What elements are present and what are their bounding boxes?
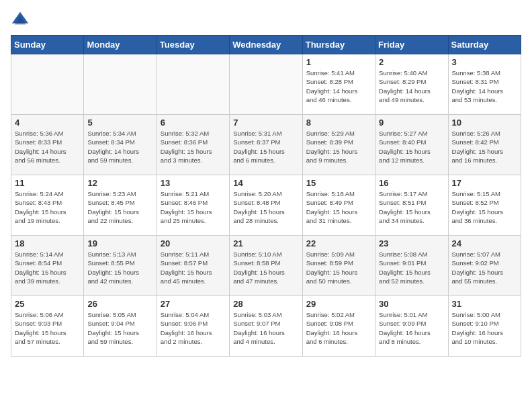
header-wednesday: Wednesday: [230, 36, 302, 54]
calendar-cell: 20Sunrise: 5:11 AM Sunset: 8:57 PM Dayli…: [157, 236, 229, 296]
day-number: 22: [306, 238, 371, 248]
calendar-cell: 11Sunrise: 5:24 AM Sunset: 8:43 PM Dayli…: [11, 175, 84, 236]
calendar-cell: 23Sunrise: 5:08 AM Sunset: 9:01 PM Dayli…: [375, 236, 448, 296]
day-info: Sunrise: 5:00 AM Sunset: 9:10 PM Dayligh…: [452, 310, 517, 346]
day-info: Sunrise: 5:21 AM Sunset: 8:46 PM Dayligh…: [161, 189, 226, 225]
calendar-cell: 18Sunrise: 5:14 AM Sunset: 8:54 PM Dayli…: [11, 236, 84, 296]
day-number: 14: [233, 178, 298, 188]
day-info: Sunrise: 5:24 AM Sunset: 8:43 PM Dayligh…: [15, 189, 80, 225]
day-number: 25: [15, 299, 80, 309]
calendar-cell: 28Sunrise: 5:03 AM Sunset: 9:07 PM Dayli…: [230, 296, 302, 357]
day-info: Sunrise: 5:02 AM Sunset: 9:08 PM Dayligh…: [306, 310, 371, 346]
day-info: Sunrise: 5:05 AM Sunset: 9:04 PM Dayligh…: [87, 310, 152, 346]
calendar-cell: 8Sunrise: 5:29 AM Sunset: 8:39 PM Daylig…: [302, 115, 375, 175]
day-number: 3: [452, 57, 517, 67]
calendar-week-4: 18Sunrise: 5:14 AM Sunset: 8:54 PM Dayli…: [11, 236, 521, 296]
logo-icon: [11, 11, 30, 30]
calendar-cell: 24Sunrise: 5:07 AM Sunset: 9:02 PM Dayli…: [448, 236, 521, 296]
calendar-cell: 21Sunrise: 5:10 AM Sunset: 8:58 PM Dayli…: [230, 236, 302, 296]
day-info: Sunrise: 5:40 AM Sunset: 8:29 PM Dayligh…: [379, 68, 444, 104]
day-info: Sunrise: 5:13 AM Sunset: 8:55 PM Dayligh…: [87, 250, 152, 285]
day-info: Sunrise: 5:27 AM Sunset: 8:40 PM Dayligh…: [379, 129, 444, 165]
calendar-header-row: SundayMondayTuesdayWednesdayThursdayFrid…: [11, 36, 521, 54]
day-number: 29: [306, 299, 371, 309]
calendar-cell: 12Sunrise: 5:23 AM Sunset: 8:45 PM Dayli…: [84, 175, 157, 236]
header-sunday: Sunday: [11, 36, 84, 54]
calendar-cell: 19Sunrise: 5:13 AM Sunset: 8:55 PM Dayli…: [84, 236, 157, 296]
day-number: 7: [233, 118, 298, 128]
day-number: 28: [233, 299, 298, 309]
day-info: Sunrise: 5:07 AM Sunset: 9:02 PM Dayligh…: [452, 250, 517, 285]
calendar-cell: 16Sunrise: 5:17 AM Sunset: 8:51 PM Dayli…: [375, 175, 448, 236]
day-info: Sunrise: 5:10 AM Sunset: 8:58 PM Dayligh…: [233, 250, 298, 285]
calendar-cell: 29Sunrise: 5:02 AM Sunset: 9:08 PM Dayli…: [302, 296, 375, 357]
day-info: Sunrise: 5:23 AM Sunset: 8:45 PM Dayligh…: [87, 189, 152, 225]
calendar-cell: 9Sunrise: 5:27 AM Sunset: 8:40 PM Daylig…: [375, 115, 448, 175]
calendar-cell: [11, 54, 84, 115]
calendar-cell: 7Sunrise: 5:31 AM Sunset: 8:37 PM Daylig…: [230, 115, 302, 175]
day-info: Sunrise: 5:36 AM Sunset: 8:33 PM Dayligh…: [15, 129, 80, 165]
day-number: 8: [306, 118, 371, 128]
day-info: Sunrise: 5:06 AM Sunset: 9:03 PM Dayligh…: [15, 310, 80, 346]
day-number: 19: [87, 238, 152, 248]
calendar-week-2: 4Sunrise: 5:36 AM Sunset: 8:33 PM Daylig…: [11, 115, 521, 175]
day-number: 24: [452, 238, 517, 248]
calendar-cell: 6Sunrise: 5:32 AM Sunset: 8:36 PM Daylig…: [157, 115, 229, 175]
day-number: 27: [161, 299, 226, 309]
day-number: 23: [379, 238, 444, 248]
calendar-cell: 22Sunrise: 5:09 AM Sunset: 8:59 PM Dayli…: [302, 236, 375, 296]
calendar-cell: 1Sunrise: 5:41 AM Sunset: 8:28 PM Daylig…: [302, 54, 375, 115]
calendar-cell: 5Sunrise: 5:34 AM Sunset: 8:34 PM Daylig…: [84, 115, 157, 175]
calendar-cell: 17Sunrise: 5:15 AM Sunset: 8:52 PM Dayli…: [448, 175, 521, 236]
day-number: 26: [87, 299, 152, 309]
day-info: Sunrise: 5:04 AM Sunset: 9:06 PM Dayligh…: [161, 310, 226, 346]
day-info: Sunrise: 5:09 AM Sunset: 8:59 PM Dayligh…: [306, 250, 371, 285]
day-number: 12: [87, 178, 152, 188]
calendar-cell: 27Sunrise: 5:04 AM Sunset: 9:06 PM Dayli…: [157, 296, 229, 357]
day-number: 2: [379, 57, 444, 67]
calendar-week-5: 25Sunrise: 5:06 AM Sunset: 9:03 PM Dayli…: [11, 296, 521, 357]
header: [11, 11, 521, 30]
calendar-cell: 14Sunrise: 5:20 AM Sunset: 8:48 PM Dayli…: [230, 175, 302, 236]
day-info: Sunrise: 5:17 AM Sunset: 8:51 PM Dayligh…: [379, 189, 444, 225]
calendar-cell: [157, 54, 229, 115]
day-number: 11: [15, 178, 80, 188]
header-tuesday: Tuesday: [157, 36, 229, 54]
day-info: Sunrise: 5:29 AM Sunset: 8:39 PM Dayligh…: [306, 129, 371, 165]
day-number: 15: [306, 178, 371, 188]
calendar-cell: 26Sunrise: 5:05 AM Sunset: 9:04 PM Dayli…: [84, 296, 157, 357]
calendar-cell: 3Sunrise: 5:38 AM Sunset: 8:31 PM Daylig…: [448, 54, 521, 115]
header-thursday: Thursday: [302, 36, 375, 54]
day-number: 5: [87, 118, 152, 128]
calendar-cell: 15Sunrise: 5:18 AM Sunset: 8:49 PM Dayli…: [302, 175, 375, 236]
day-number: 1: [306, 57, 371, 67]
day-number: 4: [15, 118, 80, 128]
day-number: 21: [233, 238, 298, 248]
day-number: 6: [161, 118, 226, 128]
day-number: 18: [15, 238, 80, 248]
calendar-cell: 10Sunrise: 5:26 AM Sunset: 8:42 PM Dayli…: [448, 115, 521, 175]
day-info: Sunrise: 5:32 AM Sunset: 8:36 PM Dayligh…: [161, 129, 226, 165]
day-info: Sunrise: 5:11 AM Sunset: 8:57 PM Dayligh…: [161, 250, 226, 285]
calendar-cell: [230, 54, 302, 115]
calendar-week-1: 1Sunrise: 5:41 AM Sunset: 8:28 PM Daylig…: [11, 54, 521, 115]
calendar-week-3: 11Sunrise: 5:24 AM Sunset: 8:43 PM Dayli…: [11, 175, 521, 236]
day-number: 17: [452, 178, 517, 188]
calendar-cell: 4Sunrise: 5:36 AM Sunset: 8:33 PM Daylig…: [11, 115, 84, 175]
header-friday: Friday: [375, 36, 448, 54]
day-info: Sunrise: 5:20 AM Sunset: 8:48 PM Dayligh…: [233, 189, 298, 225]
day-info: Sunrise: 5:34 AM Sunset: 8:34 PM Dayligh…: [87, 129, 152, 165]
day-info: Sunrise: 5:08 AM Sunset: 9:01 PM Dayligh…: [379, 250, 444, 285]
day-info: Sunrise: 5:41 AM Sunset: 8:28 PM Dayligh…: [306, 68, 371, 104]
calendar-cell: 31Sunrise: 5:00 AM Sunset: 9:10 PM Dayli…: [448, 296, 521, 357]
day-number: 31: [452, 299, 517, 309]
day-number: 13: [161, 178, 226, 188]
day-info: Sunrise: 5:26 AM Sunset: 8:42 PM Dayligh…: [452, 129, 517, 165]
day-info: Sunrise: 5:03 AM Sunset: 9:07 PM Dayligh…: [233, 310, 298, 346]
day-number: 30: [379, 299, 444, 309]
calendar-cell: 2Sunrise: 5:40 AM Sunset: 8:29 PM Daylig…: [375, 54, 448, 115]
calendar-table: SundayMondayTuesdayWednesdayThursdayFrid…: [11, 35, 521, 357]
day-info: Sunrise: 5:15 AM Sunset: 8:52 PM Dayligh…: [452, 189, 517, 225]
day-number: 9: [379, 118, 444, 128]
calendar-cell: 25Sunrise: 5:06 AM Sunset: 9:03 PM Dayli…: [11, 296, 84, 357]
